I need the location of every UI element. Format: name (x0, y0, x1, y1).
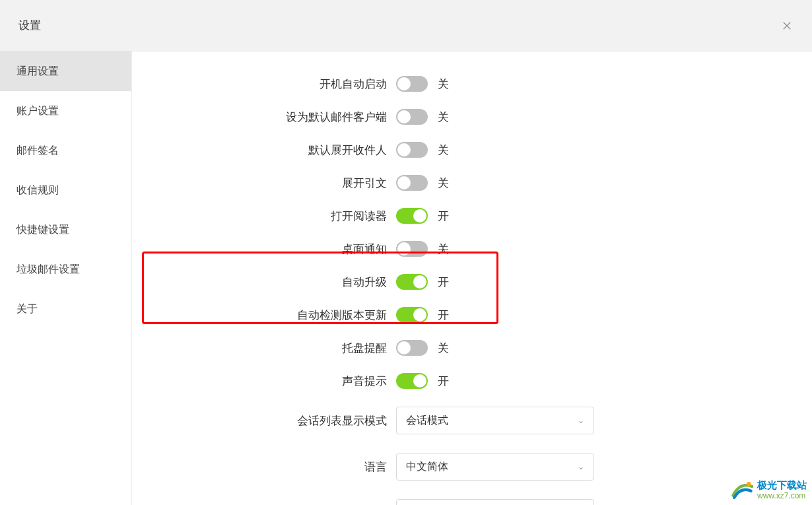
sidebar-item-label: 关于 (17, 302, 38, 316)
setting-control: 关 (396, 241, 449, 257)
setting-control: 开 (396, 208, 449, 224)
setting-label: 展开引文 (132, 176, 396, 191)
setting-control: 150% ⌄ (396, 499, 594, 505)
setting-label: 自动检测版本更新 (132, 308, 396, 323)
toggle-state: 关 (438, 143, 449, 158)
sidebar-item-signature[interactable]: 邮件签名 (0, 131, 131, 170)
select-global-zoom[interactable]: 150% ⌄ (396, 499, 594, 505)
watermark-text: 极光下载站 www.xz7.com (757, 479, 807, 500)
setting-control: 关 (396, 340, 449, 356)
toggle-sound-alert[interactable] (396, 373, 428, 389)
close-button[interactable] (780, 19, 794, 32)
toggle-state: 关 (438, 110, 449, 125)
toggle-state: 关 (438, 77, 449, 92)
toggle-knob (413, 308, 426, 321)
close-icon (781, 20, 793, 32)
toggle-knob (397, 176, 411, 189)
setting-label: 打开阅读器 (132, 209, 396, 224)
dialog-header: 设置 (0, 0, 812, 51)
sidebar-item-label: 邮件签名 (17, 144, 59, 158)
setting-row-language: 语言 中文简体 ⌄ (132, 444, 812, 490)
toggle-knob (413, 374, 426, 387)
dialog-body: 通用设置 账户设置 邮件签名 收信规则 快捷键设置 垃圾邮件设置 关于 (0, 51, 812, 505)
setting-control: 开 (396, 307, 449, 323)
select-conversation-mode[interactable]: 会话模式 ⌄ (396, 407, 594, 434)
sidebar-item-account[interactable]: 账户设置 (0, 91, 131, 131)
sidebar-item-label: 账户设置 (17, 104, 59, 118)
chevron-down-icon: ⌄ (578, 462, 584, 471)
settings-dialog: 设置 通用设置 账户设置 邮件签名 收信规则 快捷键设置 (0, 0, 812, 505)
select-value: 会话模式 (406, 414, 448, 428)
settings-sidebar: 通用设置 账户设置 邮件签名 收信规则 快捷键设置 垃圾邮件设置 关于 (0, 51, 132, 505)
watermark: 极光下载站 www.xz7.com (731, 479, 807, 501)
setting-control: 会话模式 ⌄ (396, 407, 594, 434)
svg-point-2 (747, 482, 751, 487)
sidebar-item-label: 通用设置 (17, 65, 59, 79)
watermark-name: 极光下载站 (757, 479, 807, 491)
setting-row-expand-quote: 展开引文 关 (132, 166, 812, 199)
toggle-auto-check-update[interactable] (396, 307, 428, 323)
setting-label: 语言 (132, 459, 396, 475)
toggle-knob (397, 341, 411, 354)
setting-control: 关 (396, 76, 449, 92)
setting-label: 设为默认邮件客户端 (132, 110, 396, 125)
setting-control: 关 (396, 109, 449, 125)
sidebar-item-label: 垃圾邮件设置 (17, 263, 80, 277)
watermark-logo-icon (731, 479, 753, 501)
toggle-knob (397, 77, 411, 90)
toggle-state: 开 (438, 374, 449, 389)
toggle-knob (397, 242, 411, 255)
settings-content: 开机自动启动 关 设为默认邮件客户端 关 默认展开收件人 关 (132, 51, 812, 505)
toggle-desktop-notify[interactable] (396, 241, 428, 257)
setting-row-expand-recipients: 默认展开收件人 关 (132, 133, 812, 166)
setting-row-auto-upgrade: 自动升级 开 (132, 265, 812, 298)
toggle-knob (397, 110, 411, 123)
setting-control: 中文简体 ⌄ (396, 453, 594, 481)
toggle-state: 关 (438, 176, 449, 191)
toggle-tray-reminder[interactable] (396, 340, 428, 356)
sidebar-item-spam[interactable]: 垃圾邮件设置 (0, 250, 131, 289)
chevron-down-icon: ⌄ (578, 416, 584, 425)
toggle-state: 开 (438, 308, 449, 323)
toggle-knob (413, 209, 426, 222)
setting-label: 默认展开收件人 (132, 143, 396, 158)
setting-label: 托盘提醒 (132, 341, 396, 356)
setting-control: 开 (396, 274, 449, 290)
setting-label: 会话列表显示模式 (132, 413, 396, 428)
sidebar-item-receive-rules[interactable]: 收信规则 (0, 170, 131, 210)
toggle-autostart[interactable] (396, 76, 428, 92)
toggle-state: 开 (438, 209, 449, 224)
setting-row-conversation-mode: 会话列表显示模式 会话模式 ⌄ (132, 397, 812, 444)
sidebar-item-label: 快捷键设置 (17, 223, 69, 237)
setting-row-default-client: 设为默认邮件客户端 关 (132, 100, 812, 133)
setting-label: 自动升级 (132, 275, 396, 290)
setting-row-global-zoom: 全局缩放 150% ⌄ (132, 490, 812, 505)
toggle-state: 关 (438, 242, 449, 257)
toggle-state: 开 (438, 275, 449, 290)
setting-label: 桌面通知 (132, 242, 396, 257)
sidebar-item-about[interactable]: 关于 (0, 289, 131, 329)
toggle-state: 关 (438, 341, 449, 356)
sidebar-item-shortcuts[interactable]: 快捷键设置 (0, 210, 131, 250)
toggle-expand-quote[interactable] (396, 175, 428, 191)
toggle-knob (413, 275, 426, 288)
setting-row-tray-reminder: 托盘提醒 关 (132, 331, 812, 364)
toggle-open-reader[interactable] (396, 208, 428, 224)
sidebar-item-general[interactable]: 通用设置 (0, 51, 131, 91)
setting-row-auto-check-update: 自动检测版本更新 开 (132, 298, 812, 331)
setting-control: 关 (396, 175, 449, 191)
setting-control: 关 (396, 142, 449, 158)
toggle-default-client[interactable] (396, 109, 428, 125)
select-value: 中文简体 (406, 460, 448, 474)
toggle-knob (397, 143, 411, 156)
dialog-title: 设置 (18, 18, 41, 33)
select-language[interactable]: 中文简体 ⌄ (396, 453, 594, 481)
toggle-expand-recipients[interactable] (396, 142, 428, 158)
setting-control: 开 (396, 373, 449, 389)
setting-label: 开机自动启动 (132, 77, 396, 92)
setting-row-open-reader: 打开阅读器 开 (132, 199, 812, 232)
watermark-url: www.xz7.com (757, 491, 807, 500)
toggle-auto-upgrade[interactable] (396, 274, 428, 290)
setting-row-sound-alert: 声音提示 开 (132, 364, 812, 397)
setting-label: 声音提示 (132, 374, 396, 389)
